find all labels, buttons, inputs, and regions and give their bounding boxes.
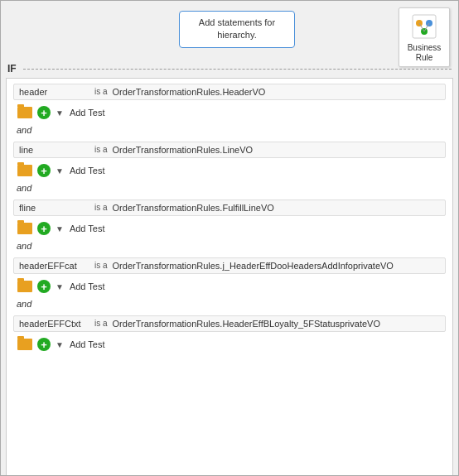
if-section: IF <box>1 63 458 75</box>
add-button-5[interactable]: + <box>36 337 51 352</box>
actions-row-4: +▼Add Test <box>13 277 446 296</box>
condition-group-5: headerEFFCtxtis aOrderTransformationRule… <box>13 315 446 353</box>
plus-icon-2: + <box>37 164 51 177</box>
condition-name-4: headerEFFcat <box>19 261 89 271</box>
tooltip-text: Add statements for hierarchy. <box>199 17 275 40</box>
folder-button-5[interactable] <box>17 338 33 351</box>
folder-icon-2 <box>17 165 32 176</box>
folder-icon-3 <box>17 223 32 234</box>
condition-row-4: headerEFFcatis aOrderTransformationRules… <box>13 257 446 274</box>
folder-button-4[interactable] <box>17 280 33 293</box>
actions-row-2: +▼Add Test <box>13 161 446 180</box>
condition-value-4: OrderTransformationRules.j_HeaderEffDooH… <box>113 261 440 271</box>
condition-value-3: OrderTransformationRules.FulfillLineVO <box>113 203 440 213</box>
condition-group-3: flineis aOrderTransformationRules.Fulfil… <box>13 200 446 254</box>
condition-group-4: headerEFFcatis aOrderTransformationRules… <box>13 257 446 312</box>
tooltip-box: Add statements for hierarchy. <box>179 11 295 48</box>
condition-name-5: headerEFFCtxt <box>19 319 89 329</box>
condition-name-1: header <box>19 87 89 97</box>
plus-icon-1: + <box>37 106 51 119</box>
add-test-label-5: Add Test <box>70 339 105 349</box>
condition-value-5: OrderTransformationRules.HeaderEffBLoyal… <box>113 319 440 329</box>
add-button-3[interactable]: + <box>36 221 51 236</box>
actions-row-3: +▼Add Test <box>13 219 446 238</box>
add-test-label-2: Add Test <box>70 166 105 175</box>
chevron-down-icon-3: ▼ <box>56 224 64 233</box>
dropdown-button-4[interactable]: ▼ <box>55 281 65 292</box>
is-a-label-5: is a <box>94 319 108 329</box>
condition-value-2: OrderTransformationRules.LineVO <box>113 145 440 155</box>
dropdown-button-5[interactable]: ▼ <box>55 339 65 350</box>
dashed-divider <box>23 69 452 70</box>
plus-icon-3: + <box>37 222 51 235</box>
chevron-down-icon-2: ▼ <box>56 166 64 175</box>
is-a-label-4: is a <box>94 261 108 271</box>
plus-icon-4: + <box>37 280 51 293</box>
add-button-4[interactable]: + <box>36 279 51 294</box>
folder-icon-5 <box>17 339 32 350</box>
dropdown-button-1[interactable]: ▼ <box>55 108 65 118</box>
add-button-1[interactable]: + <box>36 105 51 120</box>
dropdown-button-2[interactable]: ▼ <box>55 166 65 176</box>
chevron-down-icon-5: ▼ <box>56 340 64 349</box>
folder-icon-1 <box>17 107 32 118</box>
add-test-label-4: Add Test <box>70 281 105 291</box>
and-label-2: and <box>13 181 446 196</box>
is-a-label-1: is a <box>94 87 108 97</box>
condition-row-3: flineis aOrderTransformationRules.Fulfil… <box>13 200 446 216</box>
add-button-2[interactable]: + <box>36 163 51 178</box>
is-a-label-3: is a <box>94 203 108 213</box>
condition-group-2: lineis aOrderTransformationRules.LineVO+… <box>13 142 446 196</box>
condition-row-2: lineis aOrderTransformationRules.LineVO <box>13 142 446 158</box>
add-test-label-3: Add Test <box>70 224 105 233</box>
folder-button-3[interactable] <box>17 222 33 235</box>
and-label-1: and <box>13 123 446 138</box>
business-rule-icon[interactable]: Business Rule <box>399 7 450 67</box>
condition-value-1: OrderTransformationRules.HeaderVO <box>113 87 440 97</box>
actions-row-5: +▼Add Test <box>13 335 446 353</box>
add-test-label-1: Add Test <box>70 108 105 118</box>
condition-row-5: headerEFFCtxtis aOrderTransformationRule… <box>13 315 446 332</box>
folder-icon-4 <box>17 281 32 292</box>
main-container: Add statements for hierarchy. Busines <box>0 0 459 476</box>
dropdown-button-3[interactable]: ▼ <box>55 224 65 234</box>
condition-row-1: headeris aOrderTransformationRules.Heade… <box>13 84 446 100</box>
top-bar: Add statements for hierarchy. Busines <box>1 1 458 63</box>
actions-row-1: +▼Add Test <box>13 103 446 122</box>
condition-name-2: line <box>19 145 89 155</box>
condition-name-3: fline <box>19 203 89 213</box>
chevron-down-icon-4: ▼ <box>56 282 64 291</box>
folder-button-1[interactable] <box>17 106 33 119</box>
plus-icon-5: + <box>37 338 51 351</box>
if-label: IF <box>7 63 17 75</box>
chevron-down-icon-1: ▼ <box>56 108 64 118</box>
and-label-4: and <box>13 297 446 312</box>
condition-group-1: headeris aOrderTransformationRules.Heade… <box>13 84 446 138</box>
is-a-label-2: is a <box>94 145 108 155</box>
folder-button-2[interactable] <box>17 164 33 177</box>
business-rule-graphic <box>409 12 439 41</box>
and-label-3: and <box>13 239 446 254</box>
business-rule-label: Business Rule <box>408 43 442 63</box>
content-area[interactable]: headeris aOrderTransformationRules.Heade… <box>6 78 453 476</box>
